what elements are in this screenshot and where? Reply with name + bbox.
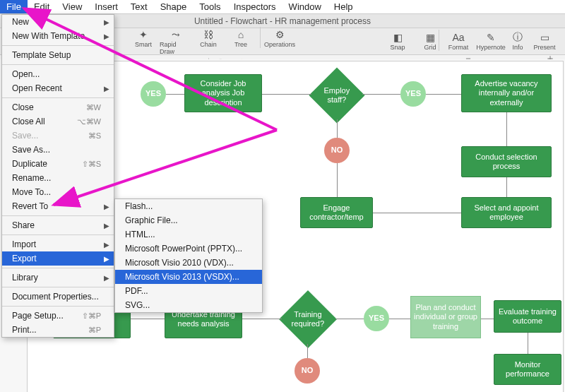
node-no-1[interactable]: NO <box>324 138 350 163</box>
file-menu-item-close-all[interactable]: Close All⌥⌘W <box>2 114 114 129</box>
tool-snap[interactable]: ◧Snap <box>381 30 414 52</box>
menu-window[interactable]: Window <box>282 0 328 13</box>
submenu-arrow-icon: ▶ <box>104 222 109 230</box>
file-menu-item-export[interactable]: Export▶ <box>2 251 114 266</box>
file-menu-item-open[interactable]: Open... <box>2 67 114 81</box>
node-advertise[interactable]: Advertise vacancy internally and/or exte… <box>461 74 552 112</box>
file-menu-item-document-properties[interactable]: Document Properties... <box>2 290 114 304</box>
export-submenu: Flash...Graphic File...HTML...Microsoft … <box>114 198 263 313</box>
file-menu-item-template-setup[interactable]: Template Setup <box>2 48 114 62</box>
export-menu-item-pdf[interactable]: PDF... <box>115 284 262 298</box>
menu-tools[interactable]: Tools <box>193 0 227 13</box>
file-menu-item-print[interactable]: Print...⌘P <box>2 323 114 337</box>
submenu-arrow-icon: ▶ <box>104 32 109 40</box>
tool-format[interactable]: AaFormat <box>442 30 475 52</box>
operations-icon: ⚙ <box>272 28 287 41</box>
submenu-arrow-icon: ▶ <box>104 18 109 26</box>
node-plan-conduct[interactable]: Plan and conduct individual or group tra… <box>410 296 481 338</box>
menu-insert[interactable]: Insert <box>88 0 124 13</box>
menu-inspectors[interactable]: Inspectors <box>227 0 282 13</box>
node-consider[interactable]: Consider Job analysis Job description <box>184 74 262 112</box>
tool-present[interactable]: ▭Present <box>528 30 561 52</box>
node-select-appoint[interactable]: Select and appoint employee <box>461 197 552 228</box>
menu-view[interactable]: View <box>56 0 88 13</box>
tool-chain[interactable]: ⛓Chain <box>192 27 225 49</box>
node-yes-3[interactable]: YES <box>364 306 389 331</box>
document-title: Untitled - Flowchart - HR management pro… <box>194 16 371 26</box>
menu-shape[interactable]: Shape <box>154 0 194 13</box>
submenu-arrow-icon: ▶ <box>104 203 109 210</box>
tool-rapid-draw[interactable]: ⤳Rapid Draw <box>160 27 192 57</box>
tool-info[interactable]: ⓘInfo <box>507 30 528 52</box>
export-menu-item-microsoft-visio-2010-vdx[interactable]: Microsoft Visio 2010 (VDX)... <box>115 256 262 270</box>
file-menu-item-duplicate[interactable]: Duplicate⇧⌘S <box>2 157 114 171</box>
menu-file[interactable]: File <box>0 0 28 13</box>
submenu-arrow-icon: ▶ <box>104 85 109 93</box>
info-icon: ⓘ <box>510 31 525 44</box>
submenu-arrow-icon: ▶ <box>104 241 109 249</box>
chain-icon: ⛓ <box>201 28 216 41</box>
node-yes-1[interactable]: YES <box>141 81 166 107</box>
tool-tree[interactable]: ⌂Tree <box>225 27 257 49</box>
file-menu-item-import[interactable]: Import▶ <box>2 237 114 251</box>
file-menu-item-new[interactable]: New▶ <box>2 15 114 29</box>
tool-smart[interactable]: ✦Smart <box>127 27 160 49</box>
export-menu-item-flash[interactable]: Flash... <box>115 199 262 213</box>
node-training-required[interactable]: Training required? <box>279 290 337 348</box>
export-menu-item-microsoft-visio-2013-vsdx[interactable]: Microsoft Visio 2013 (VSDX)... <box>115 270 262 284</box>
export-menu-item-graphic-file[interactable]: Graphic File... <box>115 213 262 227</box>
menu-help[interactable]: Help <box>328 0 359 13</box>
node-employ-staff[interactable]: Employ staff? <box>309 67 364 123</box>
menubar: File Edit View Insert Text Shape Tools I… <box>0 0 565 14</box>
export-menu-item-html[interactable]: HTML... <box>115 227 262 242</box>
menu-text[interactable]: Text <box>124 0 154 13</box>
export-menu-item-svg[interactable]: SVG... <box>115 298 262 312</box>
file-menu-item-open-recent[interactable]: Open Recent▶ <box>2 81 114 95</box>
node-conduct-selection[interactable]: Conduct selection process <box>461 146 552 177</box>
node-engage[interactable]: Engage contractor/temp <box>300 197 373 228</box>
file-menu-item-save-as[interactable]: Save As... <box>2 143 114 157</box>
smart-icon: ✦ <box>136 28 151 41</box>
hypernote-icon: ✎ <box>483 31 499 44</box>
file-menu-item-share[interactable]: Share▶ <box>2 218 114 232</box>
submenu-arrow-icon: ▶ <box>104 255 109 263</box>
node-monitor[interactable]: Monitor performance <box>494 354 561 385</box>
file-menu-item-save: Save...⌘S <box>2 129 114 143</box>
node-no-2[interactable]: NO <box>295 358 320 384</box>
file-menu-item-move-to[interactable]: Move To... <box>2 185 114 199</box>
rapid-draw-icon: ⤳ <box>168 28 184 41</box>
node-yes-2[interactable]: YES <box>400 81 426 107</box>
file-menu-item-library[interactable]: Library▶ <box>2 271 114 285</box>
format-icon: Aa <box>451 31 466 44</box>
file-menu-item-page-setup[interactable]: Page Setup...⇧⌘P <box>2 309 114 323</box>
file-menu-item-new-with-template[interactable]: New With Template▶ <box>2 29 114 43</box>
export-menu-item-microsoft-powerpoint-pptx[interactable]: Microsoft PowerPoint (PPTX)... <box>115 242 262 256</box>
node-evaluate[interactable]: Evaluate training outcome <box>494 300 561 333</box>
file-menu-item-rename[interactable]: Rename... <box>2 171 114 185</box>
tool-operations[interactable]: ⚙Operations <box>263 27 296 49</box>
tree-icon: ⌂ <box>233 28 249 41</box>
menu-edit[interactable]: Edit <box>28 0 56 13</box>
file-menu-item-close[interactable]: Close⌘W <box>2 100 114 114</box>
file-menu-item-revert-to[interactable]: Revert To▶ <box>2 199 114 213</box>
present-icon: ▭ <box>537 31 552 44</box>
snap-icon: ◧ <box>390 31 405 44</box>
submenu-arrow-icon: ▶ <box>104 274 109 282</box>
tool-hypernote[interactable]: ✎Hypernote <box>475 30 507 52</box>
file-menu: New▶New With Template▶Template SetupOpen… <box>1 14 114 338</box>
